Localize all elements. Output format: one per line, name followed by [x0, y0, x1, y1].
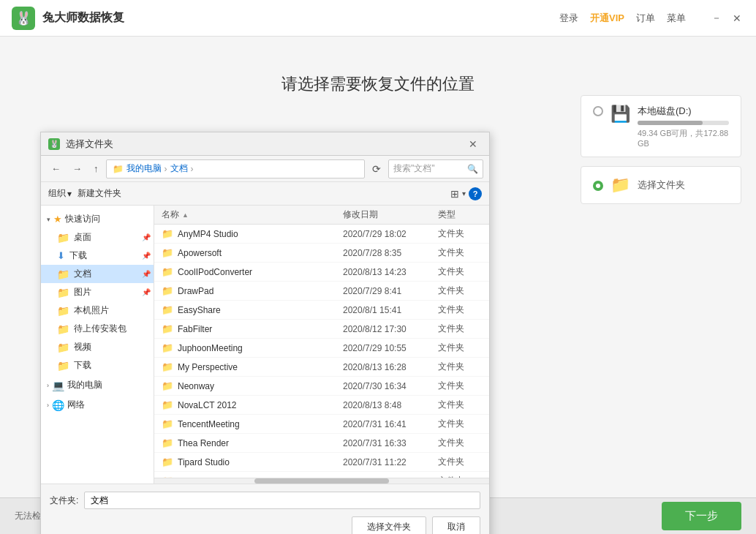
file-name-text: DrawPad [178, 286, 213, 296]
table-row[interactable]: 📁TencentMeeting2020/7/31 16:41文件夹 [154, 415, 489, 434]
folder-icon: 📁 [162, 304, 173, 315]
table-row[interactable]: 📁Apowersoft2020/7/28 8:35文件夹 [154, 244, 489, 263]
path-part-docs[interactable]: 文档 [170, 162, 188, 175]
file-list: 📁AnyMP4 Studio2020/7/29 18:02文件夹📁Apowers… [154, 225, 489, 478]
file-date: 2020/7/30 16:34 [343, 381, 438, 391]
view-chevron-icon[interactable]: ▾ [462, 189, 466, 198]
file-date: 2020/8/12 17:30 [343, 324, 438, 334]
sidebar-item-label: 桌面 [74, 231, 91, 244]
mypc-header[interactable]: › 💻 我的电脑 [41, 376, 154, 394]
file-name-text: AnyMP4 Studio [178, 229, 238, 239]
pin-icon: 📌 [142, 233, 151, 241]
window-controls: － ✕ [709, 11, 744, 26]
dialog-logo: 🐰 [48, 138, 60, 150]
sidebar-item-label: 本机照片 [74, 304, 109, 317]
sidebar-item-local-photos[interactable]: 📁 本机照片 [41, 301, 154, 320]
sidebar-item-label: 待上传安装包 [74, 323, 126, 335]
dialog-file-area: 名称 ▲ 修改日期 类型 📁AnyMP4 Studio2020/7/29 18:… [154, 206, 489, 484]
table-row[interactable]: 📁CoolIPodConverter2020/8/13 14:23文件夹 [154, 263, 489, 282]
back-button[interactable]: ← [47, 161, 65, 176]
refresh-button[interactable]: ⟳ [368, 161, 385, 177]
organize-chevron-icon: ▾ [67, 189, 72, 199]
col-name[interactable]: 名称 ▲ [162, 208, 343, 221]
dialog-close-button[interactable]: ✕ [464, 137, 482, 151]
file-date: 2020/7/29 10:55 [343, 343, 438, 353]
disk-radio[interactable] [593, 106, 603, 116]
search-icon[interactable]: 🔍 [467, 164, 478, 174]
disk-card[interactable]: 💾 本地磁盘(D:) 49.34 GB可用，共172.88 GB [581, 95, 741, 157]
file-name-text: FabFilter [178, 324, 212, 334]
file-type: 文件夹 [438, 456, 482, 468]
vip-link[interactable]: 开通VIP [590, 12, 624, 25]
search-bar: 搜索"文档" 🔍 [388, 159, 483, 178]
select-folder-button[interactable]: 选择文件夹 [352, 516, 426, 534]
sidebar-item-download2[interactable]: 📁 下载 [41, 356, 154, 375]
sidebar-item-upload[interactable]: 📁 待上传安装包 [41, 320, 154, 338]
login-link[interactable]: 登录 [559, 12, 578, 25]
pictures-icon: 📁 [57, 287, 69, 298]
organize-button[interactable]: 组织 ▾ [48, 187, 72, 200]
file-name-text: Thea Render [178, 438, 229, 448]
menu-link[interactable]: 菜单 [667, 12, 686, 25]
file-name-text: TencentMeeting [178, 419, 240, 429]
sidebar-item-docs[interactable]: 📁 文档 📌 [41, 265, 154, 283]
network-header[interactable]: › 🌐 网络 [41, 396, 154, 414]
file-type: 文件夹 [438, 304, 482, 316]
sidebar-item-desktop[interactable]: 📁 桌面 📌 [41, 228, 154, 247]
table-row[interactable]: 📁VideoSolo Studio2020/7/29 16:35文件夹 [154, 472, 489, 478]
file-name-text: Tipard Studio [178, 457, 230, 467]
forward-button[interactable]: → [68, 161, 86, 176]
page-title: 请选择需要恢复文件的位置 [0, 37, 756, 95]
dialog-title-text: 选择文件夹 [66, 138, 458, 151]
sort-icon: ▲ [182, 211, 189, 219]
pin-icon: 📌 [142, 270, 151, 278]
folder-icon: 📁 [162, 285, 173, 296]
file-date: 2020/7/28 8:35 [343, 248, 438, 258]
path-folder-icon: 📁 [113, 164, 124, 174]
sidebar-item-video[interactable]: 📁 视频 [41, 338, 154, 356]
filename-input[interactable] [84, 492, 480, 509]
table-row[interactable]: 📁DrawPad2020/7/29 8:41文件夹 [154, 282, 489, 301]
scrollbar-thumb[interactable] [254, 478, 388, 484]
cancel-button[interactable]: 取消 [432, 516, 480, 534]
folder-radio[interactable] [593, 181, 603, 191]
network-label: 网络 [67, 399, 85, 411]
dialog-buttons: 选择文件夹 取消 [50, 516, 480, 534]
folder-card-label: 选择文件夹 [638, 178, 685, 192]
folder-icon: 📁 [162, 380, 173, 391]
dialog-sub-toolbar: 组织 ▾ 新建文件夹 ⊞ ▾ ? [41, 182, 489, 206]
quick-access-header[interactable]: ▾ ★ 快速访问 [41, 210, 154, 228]
next-button[interactable]: 下一步 [662, 502, 741, 530]
table-row[interactable]: 📁FabFilter2020/8/12 17:30文件夹 [154, 320, 489, 339]
download2-icon: 📁 [57, 360, 69, 372]
minimize-button[interactable]: － [709, 11, 724, 26]
help-button[interactable]: ? [469, 187, 482, 200]
right-panel: 💾 本地磁盘(D:) 49.34 GB可用，共172.88 GB 📁 选择文件夹 [581, 95, 741, 204]
table-row[interactable]: 📁Tipard Studio2020/7/31 11:22文件夹 [154, 453, 489, 472]
file-name-text: NovaLCT 2012 [178, 400, 237, 410]
sidebar-item-download1[interactable]: ⬇ 下载 📌 [41, 247, 154, 265]
disk-bar-bg [638, 121, 729, 125]
table-row[interactable]: 📁NovaLCT 20122020/8/13 8:48文件夹 [154, 396, 489, 415]
desktop-icon: 📁 [57, 232, 69, 244]
file-name-text: Apowersoft [178, 248, 222, 258]
mypc-icon: 💻 [52, 380, 64, 391]
up-button[interactable]: ↑ [89, 161, 103, 176]
file-name-text: My Perspective [178, 362, 238, 372]
mypc-section: › 💻 我的电脑 [41, 376, 154, 394]
table-row[interactable]: 📁EasyShare2020/8/1 15:41文件夹 [154, 301, 489, 320]
sidebar-item-pictures[interactable]: 📁 图片 📌 [41, 283, 154, 301]
path-part-pc[interactable]: 我的电脑 [126, 162, 162, 175]
table-row[interactable]: 📁My Perspective2020/8/13 16:28文件夹 [154, 358, 489, 377]
horizontal-scrollbar[interactable] [154, 478, 489, 484]
local-photos-icon: 📁 [57, 305, 69, 317]
table-row[interactable]: 📁Neonway2020/7/30 16:34文件夹 [154, 377, 489, 396]
table-row[interactable]: 📁AnyMP4 Studio2020/7/29 18:02文件夹 [154, 225, 489, 244]
table-row[interactable]: 📁JuphoonMeeting2020/7/29 10:55文件夹 [154, 339, 489, 358]
order-link[interactable]: 订单 [636, 12, 655, 25]
table-row[interactable]: 📁Thea Render2020/7/31 16:33文件夹 [154, 434, 489, 453]
close-button[interactable]: ✕ [730, 11, 744, 26]
view-icon[interactable]: ⊞ [450, 188, 459, 200]
new-folder-button[interactable]: 新建文件夹 [78, 187, 121, 200]
folder-card[interactable]: 📁 选择文件夹 [581, 166, 741, 204]
